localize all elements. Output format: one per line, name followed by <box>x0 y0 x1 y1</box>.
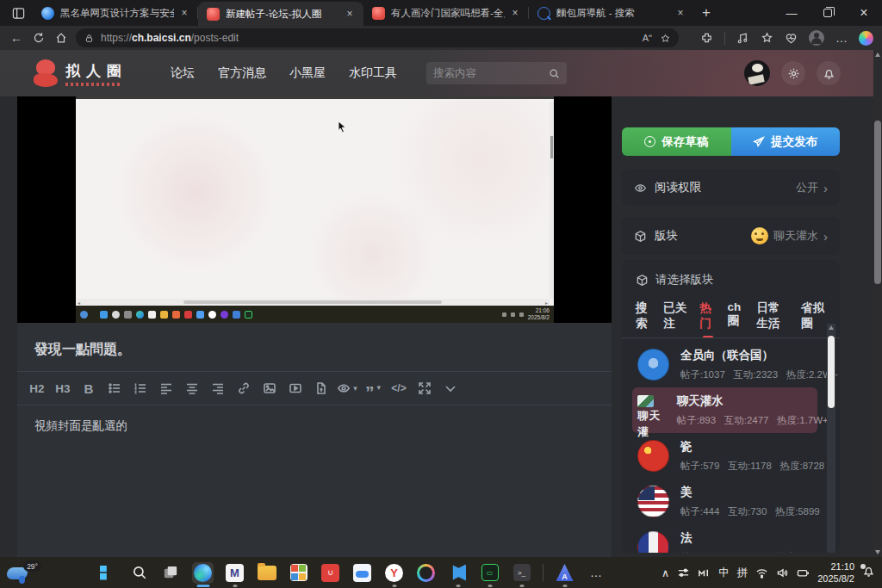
cloud-app-button[interactable] <box>351 562 373 584</box>
site-logo[interactable]: 拟人圈 <box>33 59 127 87</box>
ime-chinese-indicator[interactable]: 中 <box>718 566 730 580</box>
insert-video-button[interactable] <box>283 377 308 399</box>
post-title-text[interactable]: 發現一點問題。 <box>34 341 594 359</box>
browser-tab-4[interactable]: 麵包屑導航 - 搜索 × <box>529 0 694 26</box>
yandex-button[interactable]: Y <box>383 562 405 584</box>
nav-item-blackhouse[interactable]: 小黑屋 <box>289 65 326 81</box>
site-search-input[interactable] <box>433 67 549 79</box>
terminal-button[interactable]: >_ <box>511 562 532 584</box>
board-row-usa[interactable]: 美 帖子:444 互动:730 热度:5899 <box>632 479 817 524</box>
task-view-button[interactable] <box>160 562 182 584</box>
back-button[interactable]: ← <box>5 28 28 47</box>
home-button[interactable] <box>50 28 72 47</box>
upload-file-button[interactable] <box>308 377 334 399</box>
media-hub-icon[interactable] <box>736 32 749 45</box>
nav-item-forum[interactable]: 论坛 <box>171 65 195 81</box>
picker-tab-search[interactable]: 搜索 <box>636 300 652 337</box>
notification-center-button[interactable] <box>862 565 875 581</box>
read-permission-row[interactable]: 阅读权限 公开 › <box>622 170 840 206</box>
ms-store-button[interactable] <box>288 562 309 584</box>
refresh-button[interactable] <box>28 28 50 47</box>
collapse-toolbar-button[interactable] <box>438 377 463 399</box>
battery-saver-icon[interactable] <box>797 566 810 579</box>
ai-app-button[interactable] <box>415 562 437 584</box>
browser-tab-3[interactable]: 有人画冷门国家吗想看-全员向（联 × <box>363 0 529 26</box>
bullet-list-button[interactable] <box>102 377 127 399</box>
board-list-scrollbar[interactable] <box>827 324 835 553</box>
copilot-icon[interactable] <box>859 31 873 46</box>
search-icon[interactable] <box>549 68 560 79</box>
scrollbar-thumb[interactable] <box>874 121 881 284</box>
blockquote-button[interactable]: ”▾ <box>360 377 386 399</box>
start-button[interactable] <box>96 562 118 584</box>
tab-close-icon[interactable]: × <box>177 6 191 20</box>
green-terminal-button[interactable]: ▭ <box>479 562 500 584</box>
embedded-video-player[interactable]: ◂▸ 21:062025/8/2 <box>17 96 612 323</box>
address-bar[interactable]: https://ch.baicsi.cn/posts-edit Aʺ <box>76 28 679 47</box>
taskbar-m-app-button[interactable]: M <box>224 562 245 584</box>
scroll-down-icon[interactable] <box>875 550 880 554</box>
tab-close-icon[interactable]: × <box>508 6 522 20</box>
bold-button[interactable]: B <box>76 377 102 399</box>
new-tab-button[interactable]: + <box>694 2 718 24</box>
taskbar-clock[interactable]: 21:10 2025/8/2 <box>817 560 854 585</box>
taskbar-search-button[interactable] <box>128 562 150 584</box>
user-avatar[interactable] <box>744 60 770 86</box>
board-row-un[interactable]: 全员向（联合国） 帖子:1037 互动:2323 热度:2.2W+ <box>632 342 817 387</box>
restore-button[interactable] <box>810 0 846 26</box>
huawei-app-button[interactable]: ∪ <box>320 562 341 584</box>
preview-button[interactable]: ▾ <box>334 377 360 399</box>
publish-button[interactable]: 提交发布 <box>731 127 841 156</box>
board-row-france[interactable]: 法 帖子:340 互动:612 热度:3572 <box>632 524 817 553</box>
collections-icon[interactable] <box>761 32 773 45</box>
vscode-button[interactable] <box>447 562 469 584</box>
board-row-china[interactable]: 瓷 帖子:579 互动:1178 热度:8728 <box>632 433 817 479</box>
align-right-button[interactable] <box>205 377 231 399</box>
notifications-button[interactable] <box>817 61 841 85</box>
taskbar-more-button[interactable]: … <box>586 562 607 584</box>
tab-close-icon[interactable]: × <box>674 6 687 20</box>
picker-tab-hot[interactable]: 热门 <box>699 300 716 337</box>
taskbar-edge-button[interactable] <box>192 562 214 584</box>
settings-more-icon[interactable]: … <box>835 31 848 45</box>
browser-tab-2-active[interactable]: 新建帖子-论坛-拟人圈 × <box>198 2 363 26</box>
code-block-button[interactable]: </> <box>386 377 412 399</box>
insert-image-button[interactable] <box>257 377 283 399</box>
scroll-up-icon[interactable] <box>829 325 834 330</box>
extensions-icon[interactable] <box>700 32 713 45</box>
wifi-icon[interactable] <box>755 566 768 579</box>
scroll-up-icon[interactable] <box>875 53 880 57</box>
fullscreen-button[interactable] <box>412 377 438 399</box>
media-indicator-icon[interactable] <box>698 566 711 579</box>
nav-item-watermark-tool[interactable]: 水印工具 <box>349 65 397 81</box>
volume-mixer-icon[interactable] <box>677 566 690 579</box>
save-draft-button[interactable]: 保存草稿 <box>622 127 731 156</box>
site-search-box[interactable] <box>426 62 567 84</box>
browser-tab-1[interactable]: 黑名单网页设计方案与安全优化 - × <box>33 0 198 26</box>
page-scrollbar[interactable] <box>873 50 882 557</box>
tab-close-icon[interactable]: × <box>343 7 357 21</box>
speaker-icon[interactable] <box>776 566 789 579</box>
post-body-text[interactable]: 視頻封面是亂選的 <box>34 418 594 434</box>
board-select-row[interactable]: 版块 聊天灌水 › <box>622 217 840 255</box>
insert-link-button[interactable] <box>231 377 257 399</box>
vertical-tabs-icon[interactable] <box>7 3 29 22</box>
picker-tab-province[interactable]: 省拟圈 <box>801 300 826 337</box>
weather-widget[interactable]: 29° <box>5 560 41 585</box>
read-aloud-icon[interactable]: Aʺ <box>643 33 652 43</box>
picker-tab-ch[interactable]: ch圈 <box>728 300 746 337</box>
h2-button[interactable]: H2 <box>24 377 50 399</box>
picker-tab-daily[interactable]: 日常生活 <box>756 300 790 337</box>
a-app-button[interactable]: A <box>554 562 575 584</box>
file-explorer-button[interactable] <box>256 562 277 584</box>
settings-gear-button[interactable] <box>781 61 805 85</box>
profile-avatar-icon[interactable] <box>809 30 824 46</box>
align-left-button[interactable] <box>153 377 179 399</box>
minimize-button[interactable]: — <box>773 0 810 26</box>
picker-tab-followed[interactable]: 已关注 <box>663 300 688 337</box>
ordered-list-button[interactable] <box>127 377 153 399</box>
favorite-star-icon[interactable] <box>661 34 670 43</box>
close-button[interactable]: × <box>846 0 882 26</box>
align-center-button[interactable] <box>179 377 205 399</box>
board-row-chat-selected[interactable]: 聊天灌 聊天灌水 帖子:893 互动:2477 热度:1.7W+ <box>632 387 817 433</box>
